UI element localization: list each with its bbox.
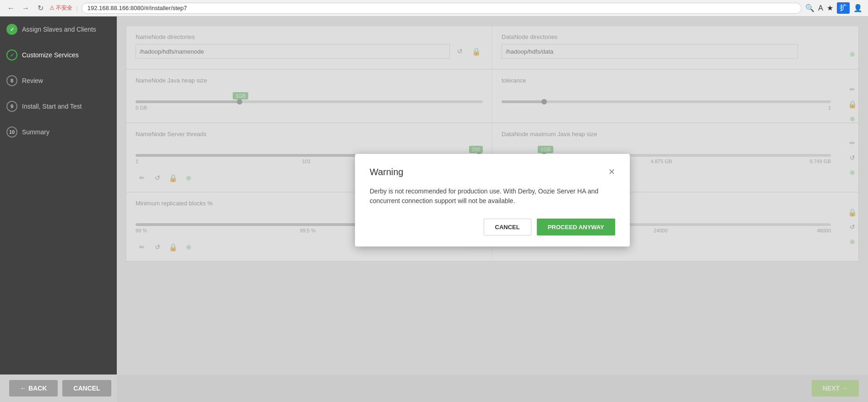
sidebar: ✓ Assign Slaves and Clients ✓ Customize … [0,17,117,402]
sidebar-item-assign-slaves[interactable]: ✓ Assign Slaves and Clients [0,17,117,42]
sidebar-item-3-label: Review [22,77,43,84]
back-nav-button[interactable]: ← [5,3,16,14]
step-8-circle: 8 [6,75,17,86]
translate-icon[interactable]: A [818,4,823,12]
profile-icon[interactable]: 👤 [853,4,863,12]
back-button[interactable]: ← BACK [9,380,58,396]
search-icon[interactable]: 🔍 [805,4,814,12]
sidebar-item-review[interactable]: 8 Review [0,68,117,94]
browser-chrome: ← → ↻ ⚠ 不安全 | 192.168.88.166:8080/#/inst… [0,0,868,17]
modal-proceed-button[interactable]: PROCEED ANYWAY [537,218,615,235]
modal-body: Derby is not recommended for production … [370,186,615,205]
modal-title: Warning [370,166,404,177]
reload-button[interactable]: ↻ [35,3,46,14]
step-1-circle: ✓ [6,24,17,35]
extension-icon[interactable]: 扩 [837,2,850,14]
step-2-circle: ✓ [6,50,17,61]
browser-toolbar-icons: 🔍 A ★ 扩 👤 [805,2,863,14]
sidebar-item-summary[interactable]: 10 Summary [0,119,117,145]
modal-header: Warning ✕ [370,166,615,177]
security-warning: ⚠ 不安全 [49,4,72,12]
main-content: NameNode directories ↺ 🔒 DataNode direct… [117,17,868,402]
bookmark-icon[interactable]: ★ [827,4,833,12]
url-separator: | [76,5,77,11]
cancel-button[interactable]: CANCEL [62,380,111,396]
sidebar-item-customize-services[interactable]: ✓ Customize Services [0,42,117,68]
url-text: 192.168.88.166:8080/#/installer/step7 [87,5,187,11]
url-bar[interactable]: 192.168.88.166:8080/#/installer/step7 [82,3,802,14]
modal-close-button[interactable]: ✕ [608,167,615,177]
modal-footer: CANCEL PROCEED ANYWAY [370,218,615,235]
forward-nav-button[interactable]: → [20,3,31,14]
sidebar-item-2-label: Customize Services [22,51,79,59]
sidebar-item-1-label: Assign Slaves and Clients [22,26,96,33]
step-9-circle: 9 [6,101,17,112]
modal-cancel-button[interactable]: CANCEL [484,218,531,235]
step-10-circle: 10 [6,127,17,138]
sidebar-item-4-label: Install, Start and Test [22,103,82,110]
sidebar-item-install[interactable]: 9 Install, Start and Test [0,94,117,119]
sidebar-item-5-label: Summary [22,128,49,136]
app-container: ✓ Assign Slaves and Clients ✓ Customize … [0,17,868,402]
warning-modal: Warning ✕ Derby is not recommended for p… [355,154,630,246]
